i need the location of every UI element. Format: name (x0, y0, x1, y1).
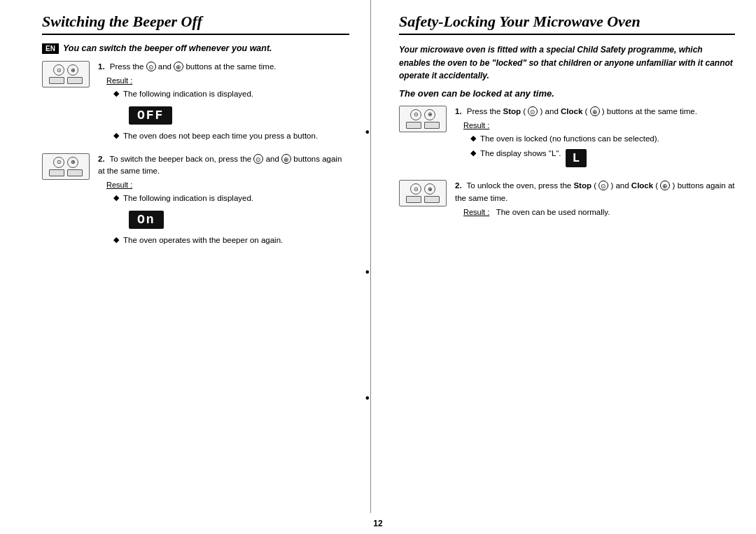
r-step1-clock-icon: ( (585, 107, 588, 115)
content-area: Switching the Beeper Off EN You can swit… (0, 0, 756, 513)
oven-btn-right (67, 77, 83, 84)
on-display: On (129, 211, 164, 229)
right-step-2: ⊙ ⊕ 2. To unlock the oven, p (399, 180, 735, 217)
left-title: Switching the Beeper Off (42, 13, 349, 35)
r-step2-text-before: To unlock the oven, press the (467, 181, 574, 190)
display-off: OFF (122, 104, 349, 127)
right-column: Safety-Locking Your Microwave Oven Your … (371, 0, 756, 513)
step2-number: 2. (98, 155, 105, 163)
r-step1-text-after: ) buttons at the same time. (602, 107, 697, 115)
r-step1-text-before: Press the (467, 107, 503, 115)
left-step2-content: 2. To switch the beeper back on, press t… (98, 153, 349, 249)
right-step2-text: 2. To unlock the oven, press the Stop ( … (455, 180, 735, 204)
right-oven-btn-left (406, 122, 421, 129)
bullet-dot-3: • (365, 392, 370, 405)
r-stop-circle: ⊙ (528, 106, 538, 116)
result-label-2: Result : (106, 181, 132, 189)
right-result-label-2: Result : (463, 208, 489, 216)
r-clock-circle: ⊕ (590, 106, 600, 116)
stop-bold: Stop (503, 107, 522, 115)
result-label-1: Result : (106, 76, 132, 85)
right-title: Safety-Locking Your Microwave Oven (399, 13, 735, 35)
right-step1-text: 1. Press the Stop ( ⊙ ) and Clock ( ⊕ ) … (455, 106, 735, 118)
step1-and: and (158, 62, 174, 71)
left-step1-bullet1: ◆ The following indication is displayed. (106, 88, 349, 100)
oven-btn-left-2 (49, 169, 64, 176)
clock-icon-panel-2: ⊕ (67, 157, 78, 168)
left-intro-text: You can switch the beeper off whenever y… (63, 43, 272, 53)
step2-and: and (266, 155, 281, 163)
right-subtitle: The oven can be locked at any time. (399, 88, 735, 99)
right-step2-number: 2. (455, 181, 462, 190)
right-result-label-1: Result : (463, 121, 489, 129)
display-on: On (122, 208, 349, 232)
left-intro: EN You can switch the beeper off wheneve… (42, 43, 349, 54)
right-stop-icon-2: ⊙ (410, 183, 421, 195)
step2-text: To switch the beeper back on, press the (110, 155, 254, 163)
clock-icon-text-2: ⊕ (281, 154, 291, 164)
r-clock-circle-2: ⊕ (660, 181, 670, 190)
step2-beeper-on-text: The oven operates with the beeper on aga… (123, 234, 283, 246)
r-step2-and: ) and (610, 181, 631, 190)
r-step1-and: ) and (540, 107, 561, 115)
step1-text-after: buttons at the same time. (186, 62, 276, 71)
off-display: OFF (129, 106, 172, 125)
right-step-1: ⊙ ⊕ 1. Press the (399, 106, 735, 172)
r-clock-bold-2: Clock (631, 181, 653, 190)
right-clock-icon: ⊕ (424, 109, 435, 120)
r-step1-stop-icon: ( (523, 107, 526, 115)
right-stop-icon: ⊙ (410, 109, 421, 120)
oven-panel-2: ⊙ ⊕ (42, 153, 90, 180)
right-step2-content: 2. To unlock the oven, press the Stop ( … (455, 180, 735, 217)
step1-text-before: Press the (110, 62, 146, 71)
right-step1-result: Result : ◆ The oven is locked (no functi… (463, 120, 735, 169)
stop-icon-panel-2: ⊙ (53, 157, 64, 168)
right-result-text-2: The oven can be used normally. (496, 208, 610, 216)
r-step2-stop-icon: ( (594, 181, 596, 190)
oven-panel-1: ⊙ ⊕ (42, 61, 90, 87)
left-step2-bullet1: ◆ The following indication is displayed. (106, 192, 349, 204)
step1-number: 1. (98, 62, 105, 71)
right-intro: Your microwave oven is fitted with a spe… (399, 43, 735, 83)
l-display: L (566, 149, 587, 167)
right-oven-btn-left-2 (406, 196, 421, 203)
clock-icon-panel: ⊕ (67, 64, 78, 76)
stop-icon-panel: ⊙ (53, 64, 64, 76)
right-step1-display-text: The display shows "L". (480, 148, 561, 160)
right-oven-image-2: ⊙ ⊕ (399, 180, 448, 206)
step1-following-text: The following indication is displayed. (123, 88, 253, 100)
left-step2-result: Result : ◆ The following indication is d… (106, 180, 349, 246)
step2-following-text: The following indication is displayed. (123, 192, 253, 204)
right-step1-locked-text: The oven is locked (no functions can be … (480, 133, 659, 145)
right-step1-bullet1: ◆ The oven is locked (no functions can b… (463, 133, 735, 145)
r-stop-bold-2: Stop (573, 181, 592, 190)
right-oven-btn-right-2 (424, 196, 440, 203)
stop-icon-text-2: ⊙ (253, 154, 263, 164)
right-clock-icon-2: ⊕ (424, 183, 435, 195)
right-oven-image-1: ⊙ ⊕ (399, 106, 448, 132)
left-step2-bullet2: ◆ The oven operates with the beeper on a… (106, 234, 349, 246)
oven-btn-left (49, 77, 64, 84)
en-badge: EN (42, 43, 59, 54)
right-step2-result: Result : The oven can be used normally. (463, 207, 735, 217)
stop-icon-text: ⊙ (146, 62, 156, 71)
left-step1-content: 1. Press the ⊙ and ⊕ buttons at the same… (98, 61, 349, 145)
bullet-dot-1: • (365, 126, 370, 139)
step1-no-beep-text: The oven does not beep each time you pre… (123, 130, 318, 142)
right-step1-bullet2: ◆ The display shows "L". L (463, 148, 735, 169)
left-step1-bullet2: ◆ The oven does not beep each time you p… (106, 130, 349, 142)
oven-image-1: ⊙ ⊕ (42, 61, 91, 87)
right-oven-panel-1: ⊙ ⊕ (399, 106, 447, 132)
bullet-dot-2: • (365, 266, 370, 279)
left-step-1: ⊙ ⊕ 1. (42, 61, 349, 145)
r-stop-circle-2: ⊙ (598, 181, 608, 190)
clock-icon-text: ⊕ (174, 62, 183, 71)
clock-bold: Clock (561, 107, 582, 115)
r-step2-clock-icon: ( (655, 181, 658, 190)
right-step1-number: 1. (455, 107, 462, 115)
page: Switching the Beeper Off EN You can swit… (0, 0, 756, 534)
left-step1-text: 1. Press the ⊙ and ⊕ buttons at the same… (98, 61, 349, 73)
left-step2-text: 2. To switch the beeper back on, press t… (98, 153, 349, 178)
left-column: Switching the Beeper Off EN You can swit… (0, 0, 371, 513)
page-number: 12 (0, 513, 756, 534)
